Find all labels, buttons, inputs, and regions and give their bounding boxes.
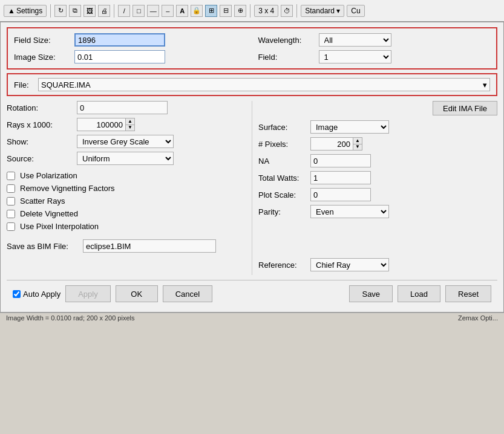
- reset-button[interactable]: Reset: [445, 285, 491, 302]
- image-size-label: Image Size:: [14, 53, 74, 62]
- scatter-rays-label: Scatter Rays: [20, 196, 65, 206]
- rays-spinner-btns: ▲ ▼: [125, 118, 135, 131]
- right-col: Edit IMA File Surface: Image Object Stop…: [252, 101, 497, 275]
- image-size-input[interactable]: [74, 50, 165, 63]
- separator3: [250, 4, 250, 18]
- rotation-row: Rotation:: [7, 101, 246, 114]
- line-icon[interactable]: —: [147, 5, 159, 17]
- parity-label: Parity:: [258, 207, 307, 216]
- field-size-label: Field Size:: [14, 36, 74, 45]
- separator4: [296, 4, 297, 18]
- pixels-input[interactable]: [310, 137, 353, 151]
- file-label: File:: [14, 80, 38, 89]
- top-two-col: Field Size: Image Size: Wavelength: All: [14, 33, 490, 63]
- parity-select[interactable]: Even Odd: [310, 205, 389, 218]
- reference-select[interactable]: Chief Ray Centroid Middle: [310, 258, 389, 271]
- layout-button[interactable]: 3 x 4: [254, 5, 278, 17]
- top-right-col: Wavelength: All Field: 1: [258, 33, 491, 63]
- separator: [50, 4, 51, 18]
- rays-label: Rays x 1000:: [7, 120, 73, 129]
- chevron-up-icon: ▲: [8, 7, 15, 15]
- cur-button[interactable]: Cu: [347, 5, 364, 17]
- total-watts-input[interactable]: [310, 171, 371, 184]
- settings-button[interactable]: ▲ Settings: [4, 5, 47, 17]
- text-icon[interactable]: A: [176, 5, 188, 17]
- status-right: Zemax Opti...: [458, 314, 498, 322]
- apply-button[interactable]: Apply: [65, 285, 111, 302]
- edit-ima-button[interactable]: Edit IMA File: [433, 101, 497, 115]
- lock-icon[interactable]: 🔒: [191, 5, 203, 17]
- delete-vignetted-checkbox[interactable]: [7, 210, 15, 218]
- use-polarization-checkbox[interactable]: [7, 172, 15, 180]
- body-two-col: Rotation: Rays x 1000: ▲ ▼: [7, 101, 497, 275]
- save-bim-input[interactable]: [83, 239, 216, 253]
- pixels-label: # Pixels:: [258, 140, 307, 149]
- rays-row: Rays x 1000: ▲ ▼: [7, 118, 246, 131]
- layers-icon[interactable]: ⊕: [234, 5, 246, 17]
- rays-up-button[interactable]: ▲: [126, 118, 134, 125]
- remove-vignetting-label: Remove Vignetting Factors: [20, 184, 115, 193]
- use-pixel-interpolation-checkbox[interactable]: [7, 222, 15, 231]
- auto-apply-checkbox[interactable]: [13, 290, 21, 298]
- status-bar: Image Width = 0.0100 rad; 200 x 200 pixe…: [0, 313, 504, 323]
- field-size-input[interactable]: [74, 33, 165, 47]
- wavelength-select[interactable]: All: [319, 33, 391, 47]
- rays-down-button[interactable]: ▼: [126, 125, 134, 131]
- use-polarization-label: Use Polarization: [20, 171, 77, 180]
- standard-label: Standard ▾: [305, 7, 340, 15]
- use-pixel-interpolation-label: Use Pixel Interpolation: [20, 222, 99, 231]
- status-left: Image Width = 0.0100 rad; 200 x 200 pixe…: [6, 314, 135, 322]
- wavelength-label: Wavelength:: [258, 36, 319, 45]
- save-button[interactable]: Save: [349, 285, 393, 302]
- na-input[interactable]: [310, 154, 371, 167]
- plot-scale-input[interactable]: [310, 188, 371, 201]
- total-watts-label: Total Watts:: [258, 173, 307, 183]
- bottom-bar: Auto Apply Apply OK Cancel Save Load Res…: [7, 280, 497, 307]
- separator2: [114, 4, 114, 18]
- pencil-icon[interactable]: /: [118, 5, 130, 17]
- checkboxes-section: Use Polarization Remove Vignetting Facto…: [7, 171, 246, 233]
- grid-icon[interactable]: ⊞: [205, 5, 217, 17]
- rotation-input[interactable]: [77, 101, 168, 114]
- cur-label: Cu: [351, 7, 360, 15]
- body-section: Rotation: Rays x 1000: ▲ ▼: [7, 101, 497, 275]
- remove-vignetting-checkbox[interactable]: [7, 184, 15, 193]
- show-row: Show: Inverse Grey Scale Grey Scale Fals…: [7, 135, 246, 148]
- print-icon[interactable]: 🖨: [98, 5, 110, 17]
- load-button[interactable]: Load: [398, 285, 440, 302]
- delete-vignetted-row: Delete Vignetted: [7, 209, 246, 218]
- image-icon[interactable]: 🖼: [83, 5, 96, 17]
- pixels-down-button[interactable]: ▼: [353, 144, 362, 151]
- field-size-row: Field Size:: [14, 33, 246, 47]
- parity-row: Parity: Even Odd: [258, 205, 497, 218]
- auto-apply-label: Auto Apply: [23, 290, 61, 299]
- use-polarization-row: Use Polarization: [7, 171, 246, 180]
- surface-select[interactable]: Image Object Stop: [310, 120, 389, 134]
- window-icon[interactable]: ⊟: [220, 5, 232, 17]
- save-bim-row: Save as BIM File:: [7, 239, 246, 253]
- copy-icon[interactable]: ⧉: [69, 5, 81, 17]
- rays-input[interactable]: [77, 118, 125, 131]
- remove-vignetting-row: Remove Vignetting Factors: [7, 184, 246, 193]
- refresh-icon[interactable]: ↻: [54, 5, 67, 17]
- source-select[interactable]: Uniform Gaussian File: [77, 152, 174, 165]
- reference-row: Reference: Chief Ray Centroid Middle: [258, 258, 497, 271]
- left-col: Rotation: Rays x 1000: ▲ ▼: [7, 101, 252, 275]
- show-select[interactable]: Inverse Grey Scale Grey Scale False Colo…: [77, 135, 174, 148]
- surface-label: Surface:: [258, 123, 307, 132]
- surface-row: Surface: Image Object Stop: [258, 120, 497, 134]
- field-select[interactable]: 1: [319, 50, 391, 63]
- auto-apply-wrapper: Auto Apply: [13, 290, 61, 299]
- show-label: Show:: [7, 137, 73, 146]
- clock-icon[interactable]: ⏱: [281, 5, 293, 17]
- delete-vignetted-label: Delete Vignetted: [20, 209, 78, 218]
- ok-button[interactable]: OK: [116, 285, 158, 302]
- rectangle-icon[interactable]: □: [133, 5, 145, 17]
- file-select[interactable]: SQUARE.IMA ▾: [38, 78, 490, 91]
- pixels-up-button[interactable]: ▲: [353, 138, 362, 144]
- image-size-row: Image Size:: [14, 50, 246, 63]
- cancel-button[interactable]: Cancel: [163, 285, 212, 302]
- dash-icon[interactable]: –: [162, 5, 174, 17]
- standard-button[interactable]: Standard ▾: [301, 5, 344, 17]
- scatter-rays-checkbox[interactable]: [7, 197, 15, 206]
